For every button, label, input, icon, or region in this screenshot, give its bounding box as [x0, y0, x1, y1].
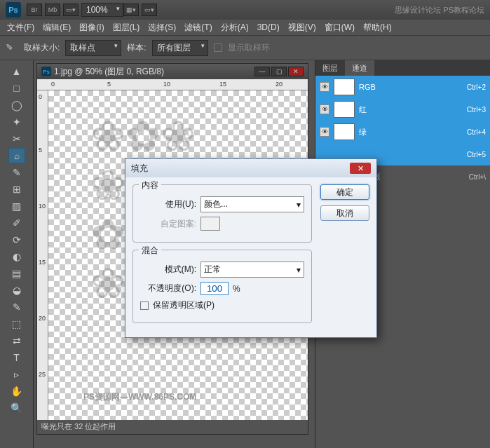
channel-name: 红: [359, 104, 367, 115]
tool-heal[interactable]: ✎: [8, 165, 25, 180]
ok-button[interactable]: 确定: [320, 184, 369, 200]
tool-dodge[interactable]: ◒: [8, 283, 25, 298]
menu-window[interactable]: 窗口(W): [320, 22, 359, 34]
tool-stamp[interactable]: ▨: [8, 198, 25, 214]
mode-dropdown[interactable]: 正常▾: [200, 262, 304, 278]
tool-wand[interactable]: ✦: [8, 114, 25, 130]
tab-channels[interactable]: 通道: [345, 60, 374, 76]
options-bar: 取样大小: 取样点 样本: 所有图层 显示取样环: [0, 35, 490, 60]
sample-size-label: 取样大小:: [24, 42, 60, 54]
dialog-title-text: 填充: [131, 163, 148, 175]
show-ring-label: 显示取样环: [228, 42, 270, 54]
doc-close-button[interactable]: ✕: [288, 67, 304, 76]
doc-minimize-button[interactable]: —: [254, 67, 270, 76]
watermark-text: 思缘设计论坛 PS教程论坛: [395, 5, 484, 15]
pattern-label: 自定图案:: [140, 218, 196, 230]
bridge-button[interactable]: Br: [27, 4, 42, 16]
sample-size-dropdown[interactable]: 取样点: [65, 40, 121, 56]
tool-marquee[interactable]: □: [8, 81, 25, 96]
tool-hand[interactable]: ✋: [8, 383, 25, 399]
channel-thumb: [334, 123, 355, 140]
blend-fieldset: 混合 模式(M): 正常▾ 不透明度(O): % 保留透明区域(P): [132, 250, 312, 323]
tool-eraser[interactable]: ⟳: [8, 232, 25, 247]
cancel-button[interactable]: 取消: [320, 205, 369, 221]
panel-tabs: 图层 通道: [315, 60, 490, 76]
menu-edit[interactable]: 编辑(E): [39, 22, 75, 34]
menu-filter[interactable]: 滤镜(T): [180, 22, 216, 34]
tool-crop[interactable]: ✂: [8, 131, 25, 147]
content-legend: 内容: [139, 179, 161, 191]
channel-thumb: [334, 79, 355, 95]
tool-history-brush[interactable]: ✐: [8, 215, 25, 231]
eye-icon[interactable]: 👁: [320, 127, 329, 137]
dialog-close-button[interactable]: ✕: [350, 163, 371, 174]
channel-thumb: [334, 101, 355, 118]
tool-shape[interactable]: T: [8, 350, 25, 365]
app-titlebar: Ps Br Mb ▭▾ 100% ▦▾ ▭▾ 思缘设计论坛 PS教程论坛: [0, 0, 490, 20]
arrange-button[interactable]: ▦▾: [123, 4, 139, 16]
eye-icon[interactable]: 👁: [320, 104, 329, 114]
channel-red[interactable]: 👁 红 Ctrl+3: [315, 98, 490, 121]
opacity-pct: %: [233, 284, 240, 294]
use-label: 使用(U):: [140, 198, 196, 210]
screen-mode-button[interactable]: ▭▾: [142, 4, 157, 16]
opacity-label: 不透明度(O):: [140, 283, 196, 294]
opacity-input[interactable]: [200, 282, 229, 295]
document-title: 1.jpg @ 50% (图层 0, RGB/8): [54, 66, 164, 78]
canvas-watermark: PS资源网—WWW.86PS.COM: [83, 391, 196, 403]
channel-name: 绿: [359, 127, 367, 137]
channel-rgb[interactable]: 👁 RGB Ctrl+2: [315, 76, 490, 98]
tool-gradient[interactable]: ◐: [8, 249, 25, 264]
menu-image[interactable]: 图像(I): [75, 22, 108, 34]
tool-blur[interactable]: ▤: [8, 266, 25, 281]
ps-mini-icon: Ps: [41, 67, 51, 76]
dialog-titlebar[interactable]: 填充 ✕: [125, 159, 376, 177]
menu-select[interactable]: 选择(S): [144, 22, 180, 34]
show-ring-checkbox[interactable]: [214, 43, 222, 52]
tool-pen[interactable]: ✎: [8, 299, 25, 315]
ruler-horizontal: 0 5 10 15 20: [37, 79, 308, 90]
doc-maximize-button[interactable]: ▢: [271, 67, 287, 76]
channel-green[interactable]: 👁 绿 Ctrl+4: [315, 121, 490, 143]
channel-name: RGB: [359, 83, 376, 91]
content-fieldset: 内容 使用(U): 颜色...▾ 自定图案:: [132, 184, 312, 243]
ruler-vertical: 0 5 10 15 20 25: [37, 90, 48, 420]
menu-bar: 文件(F) 编辑(E) 图像(I) 图层(L) 选择(S) 滤镜(T) 分析(A…: [0, 20, 490, 35]
eyedropper-icon: [6, 41, 18, 54]
use-dropdown[interactable]: 颜色...▾: [200, 196, 304, 212]
pattern-swatch: [200, 217, 220, 231]
sample-label: 样本:: [127, 42, 146, 54]
preserve-checkbox[interactable]: [140, 301, 149, 310]
tool-lasso[interactable]: ◯: [8, 97, 25, 113]
menu-analysis[interactable]: 分析(A): [217, 22, 253, 34]
tool-move[interactable]: ▲: [8, 64, 25, 79]
tool-3d[interactable]: ▹: [8, 367, 25, 382]
tool-type[interactable]: ⬚: [8, 316, 25, 332]
mode-label: 模式(M):: [140, 264, 196, 276]
document-titlebar[interactable]: Ps 1.jpg @ 50% (图层 0, RGB/8) — ▢ ✕: [37, 64, 308, 79]
sample-layers-dropdown[interactable]: 所有图层: [152, 40, 208, 56]
menu-file[interactable]: 文件(F): [3, 22, 39, 34]
menu-layer[interactable]: 图层(L): [109, 22, 144, 34]
menu-view[interactable]: 视图(V): [284, 22, 320, 34]
minibridge-button[interactable]: Mb: [45, 4, 60, 16]
blend-legend: 混合: [139, 245, 161, 257]
tool-zoom[interactable]: 🔍: [8, 400, 25, 416]
zoom-dropdown[interactable]: 100%: [81, 3, 123, 17]
document-status: 曝光只在 32 位起作用: [37, 420, 308, 434]
view-extras-button[interactable]: ▭▾: [63, 4, 79, 16]
tool-eyedropper[interactable]: ⌕: [8, 148, 25, 163]
tab-layers[interactable]: 图层: [315, 60, 345, 76]
eye-icon[interactable]: 👁: [320, 82, 329, 92]
preserve-label: 保留透明区域(P): [153, 299, 215, 311]
tool-brush[interactable]: ⊞: [8, 182, 25, 197]
menu-help[interactable]: 帮助(H): [359, 22, 396, 34]
fill-dialog: 填充 ✕ 内容 使用(U): 颜色...▾ 自定图案: 混合 模式(M): 正常…: [125, 158, 377, 338]
toolbox: ▲ □ ◯ ✦ ✂ ⌕ ✎ ⊞ ▨ ✐ ⟳ ◐ ▤ ◒ ✎ ⬚ ⇄ T ▹ ✋ …: [0, 60, 34, 448]
tool-path[interactable]: ⇄: [8, 333, 25, 348]
menu-3d[interactable]: 3D(D): [253, 22, 284, 32]
ps-logo: Ps: [6, 2, 21, 18]
